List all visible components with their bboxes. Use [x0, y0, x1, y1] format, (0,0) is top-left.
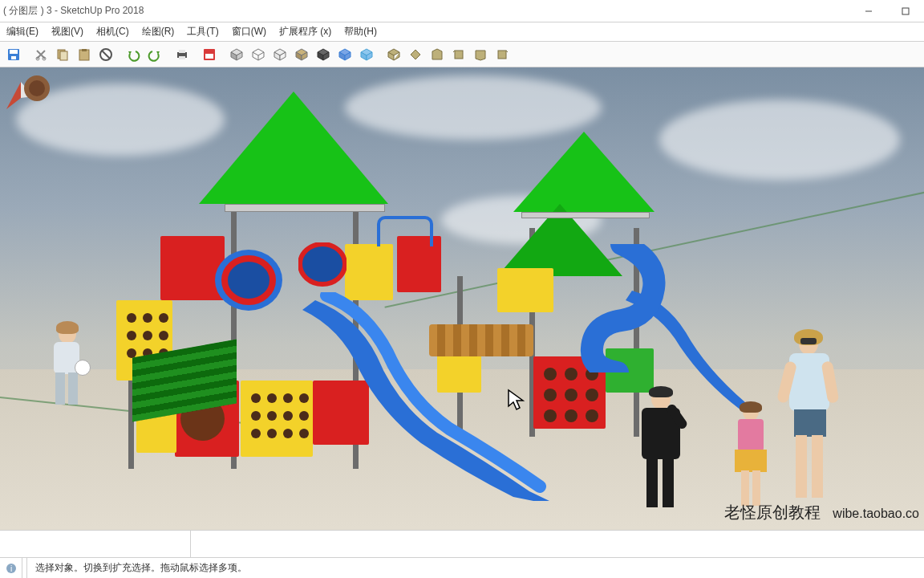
- svg-rect-20: [498, 51, 506, 59]
- title-bar: ( 分图层 ) 3 - SketchUp Pro 2018: [0, 0, 924, 22]
- svg-rect-1: [902, 8, 909, 14]
- svg-text:i: i: [10, 564, 11, 573]
- deck: [225, 204, 385, 212]
- copy-button[interactable]: [52, 44, 73, 65]
- cloud: [659, 100, 900, 180]
- figure-man: [634, 389, 690, 525]
- print-button[interactable]: [172, 44, 192, 65]
- face-xray-button[interactable]: [334, 44, 355, 65]
- svg-line-12: [102, 51, 110, 59]
- window-title: ( 分图层 ) 3 - SketchUp Pro 2018: [0, 4, 850, 18]
- maximize-button[interactable]: [887, 0, 924, 22]
- svg-point-23: [29, 80, 45, 96]
- deck: [521, 212, 650, 218]
- face-shaded-tex-button[interactable]: [291, 44, 312, 65]
- menu-bar: 编辑(E) 视图(V) 相机(C) 绘图(R) 工具(T) 窗口(W) 扩展程序…: [0, 22, 924, 42]
- face-mono-button[interactable]: [313, 44, 334, 65]
- watermark-text: 老怪原创教程 wibe.taobao.co: [724, 502, 919, 523]
- cut-button[interactable]: [30, 44, 51, 65]
- face-wireframe-button[interactable]: [248, 44, 269, 65]
- watermark-label: 老怪原创教程: [724, 503, 821, 521]
- svg-rect-3: [10, 50, 18, 54]
- status-bar: i 选择对象。切换到扩充选择。拖动鼠标选择多项。: [0, 557, 924, 578]
- menu-window[interactable]: 窗口(W): [225, 22, 273, 42]
- status-info-icon[interactable]: i: [0, 558, 22, 578]
- undo-button[interactable]: [123, 44, 144, 65]
- lower-strip-box: [0, 531, 191, 557]
- right-view-button[interactable]: [448, 44, 469, 65]
- roof: [513, 132, 654, 212]
- model-info-button[interactable]: [199, 44, 220, 65]
- face-shaded-button[interactable]: [226, 44, 247, 65]
- spiral-slide: [578, 244, 666, 372]
- face-back-button[interactable]: [356, 44, 377, 65]
- cursor-icon: [507, 389, 526, 411]
- menu-camera[interactable]: 相机(C): [90, 22, 136, 42]
- face-hidden-button[interactable]: [270, 44, 290, 65]
- front-view-button[interactable]: [427, 44, 448, 65]
- orbit-badge-icon: [2, 69, 53, 117]
- redo-button[interactable]: [144, 44, 165, 65]
- roof: [199, 92, 388, 204]
- menu-draw[interactable]: 绘图(R): [136, 22, 181, 42]
- menu-help[interactable]: 帮助(H): [338, 22, 383, 42]
- svg-rect-8: [60, 51, 67, 60]
- svg-rect-14: [179, 50, 185, 53]
- watermark-url: wibe.taobao.co: [833, 507, 919, 520]
- svg-rect-10: [82, 49, 87, 51]
- toolbar: [0, 42, 924, 67]
- svg-rect-18: [455, 51, 463, 59]
- iso-view-button[interactable]: [383, 44, 404, 65]
- guard-rail: [377, 216, 433, 246]
- top-view-button[interactable]: [405, 44, 426, 65]
- save-button[interactable]: [3, 44, 24, 65]
- svg-rect-4: [11, 56, 16, 59]
- svg-rect-17: [205, 54, 213, 59]
- menu-edit[interactable]: 编辑(E): [0, 22, 45, 42]
- viewport[interactable]: 老怪原创教程 wibe.taobao.co: [0, 67, 924, 530]
- tube-window: [298, 242, 346, 287]
- menu-extensions[interactable]: 扩展程序 (x): [273, 22, 338, 42]
- svg-rect-15: [179, 56, 185, 59]
- paste-button[interactable]: [74, 44, 95, 65]
- menu-view[interactable]: 视图(V): [45, 22, 90, 42]
- figure-woman: [778, 332, 842, 525]
- erase-button[interactable]: [95, 44, 116, 65]
- tube-window: [213, 248, 285, 312]
- status-hint: 选择对象。切换到扩充选择。拖动鼠标选择多项。: [27, 561, 247, 575]
- lower-strip: [0, 530, 924, 557]
- window-controls: [850, 0, 924, 22]
- back-view-button[interactable]: [470, 44, 491, 65]
- figure-boy: [44, 324, 92, 437]
- left-view-button[interactable]: [492, 44, 513, 65]
- menu-tools[interactable]: 工具(T): [180, 22, 225, 42]
- minimize-button[interactable]: [850, 0, 887, 22]
